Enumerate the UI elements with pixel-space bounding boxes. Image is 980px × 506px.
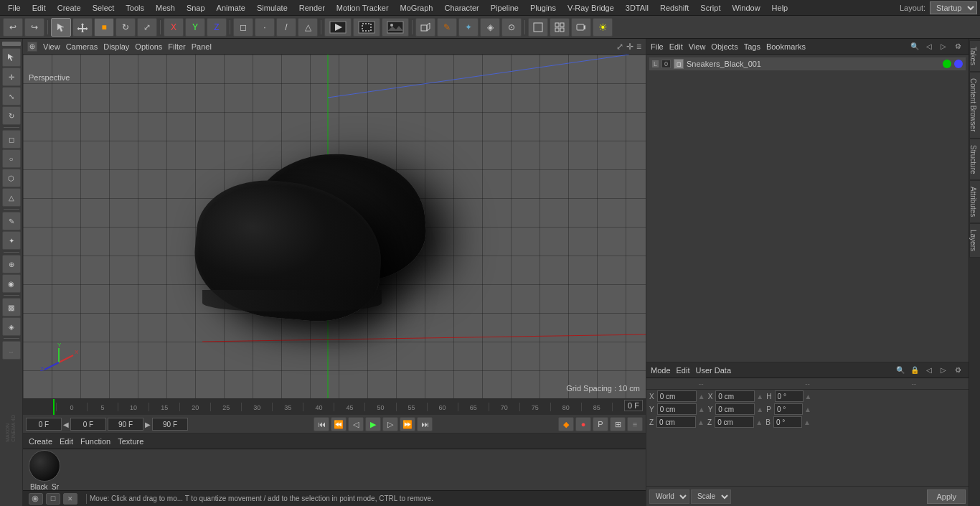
coord-y-size-up-btn[interactable]: ▲ — [756, 406, 762, 413]
z-axis-button[interactable]: Z — [207, 18, 227, 37]
menu-select[interactable]: Select — [88, 2, 120, 14]
timeline-grid-button[interactable]: ⊞ — [610, 417, 626, 431]
attr-next-btn[interactable]: ▷ — [937, 365, 950, 376]
point-mode-button[interactable]: · — [255, 18, 275, 37]
undo-button[interactable]: ↩ — [3, 18, 23, 37]
weld-tool-button[interactable]: ◈ — [480, 18, 500, 37]
tool-select[interactable] — [2, 48, 21, 67]
obj-objects-menu[interactable]: Objects — [711, 42, 738, 51]
tab-takes[interactable]: Takes — [969, 40, 981, 72]
material-edit-menu[interactable]: Edit — [60, 437, 73, 446]
viewport-options-menu[interactable]: Options — [135, 42, 162, 51]
timeline-start-frame[interactable]: 0 F — [26, 418, 62, 431]
timeline-step-fast-forward[interactable]: ⏩ — [400, 417, 415, 431]
coord-y-pos-input[interactable] — [657, 403, 697, 415]
coord-x-pos-input[interactable] — [657, 390, 697, 402]
viewport-panel-menu[interactable]: Panel — [192, 42, 212, 51]
vp-ctrl-settings[interactable]: ≡ — [636, 42, 641, 52]
material-swatch[interactable] — [29, 450, 60, 482]
status-close-btn[interactable]: ✕ — [63, 493, 77, 505]
tool-pen[interactable]: ✎ — [2, 212, 21, 230]
tab-attributes[interactable]: Attributes — [969, 180, 981, 223]
vp-ctrl-arrows[interactable]: ⤢ — [616, 42, 623, 52]
menu-redshift[interactable]: Redshift — [655, 2, 694, 14]
timeline-keyframe-button[interactable]: ◆ — [558, 417, 574, 431]
viewport-display-menu[interactable]: Display — [103, 42, 129, 51]
menu-animate[interactable]: Animate — [212, 2, 250, 14]
viewport-cameras-menu[interactable]: Cameras — [66, 42, 98, 51]
viewport-filter-menu[interactable]: Filter — [168, 42, 185, 51]
menu-mograph[interactable]: MoGraph — [395, 2, 438, 14]
tool-texture[interactable]: ▩ — [2, 298, 21, 317]
coord-y-up-btn[interactable]: ▲ — [698, 406, 704, 413]
x-axis-button[interactable]: X — [164, 18, 184, 37]
rotate-tool-button[interactable]: ↻ — [116, 18, 136, 37]
timeline-goto-start[interactable]: ⏮ — [314, 417, 329, 431]
timeline-arrow-right[interactable]: ▶ — [145, 421, 151, 428]
select-tool-button[interactable] — [51, 18, 71, 37]
perspective-button[interactable] — [415, 18, 435, 37]
material-slot[interactable]: Black_Sr — [29, 450, 60, 491]
coord-b-input[interactable] — [773, 416, 802, 428]
single-view-button[interactable] — [528, 18, 548, 37]
timeline-end-frame-2[interactable]: 90 F — [152, 418, 188, 431]
render-picture-viewer-button[interactable] — [382, 18, 409, 37]
menu-script[interactable]: Script — [695, 2, 725, 14]
menu-window[interactable]: Window — [727, 2, 765, 14]
status-mode-btn1[interactable] — [29, 493, 43, 505]
edge-mode-button[interactable]: / — [276, 18, 296, 37]
timeline-current-frame[interactable]: 0 F — [70, 418, 106, 431]
timeline-play[interactable]: ▶ — [365, 417, 381, 431]
attr-lock-btn[interactable]: 🔒 — [908, 365, 921, 376]
light-button[interactable]: ☀ — [593, 18, 613, 37]
y-axis-button[interactable]: Y — [185, 18, 205, 37]
material-texture-menu[interactable]: Texture — [118, 437, 143, 446]
menu-tools[interactable]: Tools — [121, 2, 149, 14]
menu-3dtall[interactable]: 3DTAll — [621, 2, 654, 14]
obj-view-menu[interactable]: View — [689, 42, 706, 51]
coord-world-dropdown[interactable]: World — [649, 489, 689, 504]
obj-next-btn[interactable]: ▷ — [937, 41, 950, 52]
lasso-tool-button[interactable]: ⊙ — [501, 18, 522, 37]
tool-cone[interactable]: △ — [2, 188, 21, 207]
obj-visibility-dot-blue[interactable] — [954, 60, 963, 68]
coord-b-up-btn[interactable]: ▲ — [804, 418, 809, 426]
object-mode-button[interactable]: ◻ — [233, 18, 253, 37]
menu-pipeline[interactable]: Pipeline — [486, 2, 524, 14]
object-item-sneakers[interactable]: L 0 ◻ Sneakers_Black_001 — [649, 57, 966, 70]
menu-create[interactable]: Create — [52, 2, 86, 14]
move-tool-button[interactable] — [72, 18, 93, 37]
tool-uv[interactable]: ◈ — [2, 317, 21, 336]
apply-button[interactable]: Apply — [927, 489, 966, 504]
timeline-settings-button[interactable]: ≡ — [627, 417, 643, 431]
material-function-menu[interactable]: Function — [80, 437, 110, 446]
menu-render[interactable]: Render — [294, 2, 330, 14]
attr-edit-menu[interactable]: Edit — [677, 366, 690, 375]
tool-rotate[interactable]: ↻ — [2, 106, 21, 125]
attr-search-btn[interactable]: 🔍 — [894, 365, 907, 376]
obj-settings-btn[interactable]: ⚙ — [951, 41, 964, 52]
attr-mode-menu[interactable]: Mode — [651, 366, 671, 375]
material-create-menu[interactable]: Create — [29, 437, 52, 446]
tool-sphere[interactable]: ○ — [2, 149, 21, 168]
coord-p-input[interactable] — [774, 403, 803, 415]
spline-tool-button[interactable]: ✎ — [437, 18, 457, 37]
obj-search-btn[interactable]: 🔍 — [908, 41, 921, 52]
timeline-step-forward[interactable]: ▷ — [382, 417, 398, 431]
obj-tags-menu[interactable]: Tags — [744, 42, 760, 51]
menu-simulate[interactable]: Simulate — [252, 2, 293, 14]
obj-edit-menu[interactable]: Edit — [669, 42, 683, 51]
timeline-arrow-left[interactable]: ◀ — [63, 421, 69, 428]
tool-box[interactable]: ◻ — [2, 130, 21, 149]
menu-file[interactable]: File — [3, 2, 26, 14]
coord-scale-dropdown[interactable]: Scale — [691, 489, 731, 504]
timeline-ruler[interactable]: 0 5 10 15 20 25 30 35 40 45 50 55 60 65 … — [23, 399, 646, 415]
coord-z-size-input[interactable] — [715, 416, 754, 428]
menu-snap[interactable]: Snap — [182, 2, 210, 14]
menu-mesh[interactable]: Mesh — [151, 2, 180, 14]
quad-view-button[interactable] — [550, 18, 570, 37]
tool-sculpt[interactable]: ◉ — [2, 274, 21, 293]
tool-paint[interactable]: ✦ — [2, 231, 21, 250]
obj-bookmarks-menu[interactable]: Bookmarks — [766, 42, 806, 51]
coord-x-size-input[interactable] — [715, 390, 755, 402]
